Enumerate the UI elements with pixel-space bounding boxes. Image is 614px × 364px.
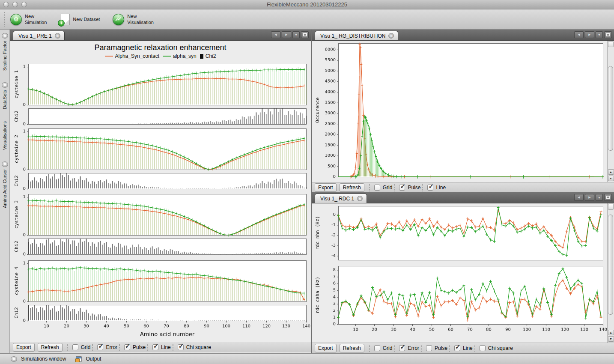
dock-label: Amino Acid Cursor [2,169,7,208]
checkbox-box[interactable]: ✓ [97,344,103,350]
checkbox-box[interactable]: ✓ [399,185,405,191]
export-button[interactable]: Export [13,343,35,352]
dock-item-datasets[interactable]: DataSets [2,82,8,109]
maximize-panel-button[interactable] [301,31,309,38]
checkbox-pulse[interactable]: ✓Pulse [124,344,146,350]
checkbox-label: Chi square [488,345,513,351]
rg-control-bar: ExportRefreshGrid✓Pulse✓Line [312,182,614,193]
checkbox-box[interactable] [480,345,486,351]
simulations-window-tab[interactable]: Simulations window [21,356,66,362]
checkbox-box[interactable]: ✓ [152,344,158,350]
next-tab-button[interactable]: ▶ [585,194,594,201]
next-tab-button[interactable]: ▶ [585,31,594,38]
dock-item-scaling-factor[interactable]: Scaling Factor [2,33,8,71]
checkbox-pulse[interactable]: Pulse [426,345,447,351]
checkbox-box[interactable] [374,345,380,351]
checkbox-grid[interactable]: Grid [72,344,91,350]
checkbox-chi-square[interactable]: ✓Chi square [178,344,211,350]
checkbox-line[interactable]: ✓Line [454,345,473,351]
scrollbar-thumb[interactable] [608,66,613,151]
checkbox-label: Pulse [133,344,146,350]
checkbox-box[interactable]: ✓ [399,345,405,351]
checkbox-box[interactable]: ✓ [427,185,433,191]
checkbox-box[interactable] [374,185,380,191]
separator [67,344,68,351]
checkbox-line[interactable]: ✓Line [427,185,446,191]
new-dataset-button[interactable]: + New Dataset [60,14,100,25]
checkbox-line[interactable]: ✓Line [152,344,171,350]
checkbox-box[interactable]: ✓ [124,344,130,350]
separator [369,184,370,191]
checkbox-pulse[interactable]: ✓Pulse [399,185,420,191]
document-plus-icon: + [61,14,70,25]
pre-control-bar: ExportRefreshGrid✓Error✓Pulse✓Line✓Chi s… [10,342,311,352]
dock-item-visualisations[interactable]: Visualisations [2,121,7,150]
output-tab[interactable]: Output [86,356,101,362]
toolbar-drag-handle[interactable] [4,12,6,27]
new-visualisation-button[interactable]: New Visualisation [113,13,154,26]
scrollbar-thumb[interactable] [608,215,613,315]
rg-scrollbar[interactable]: ▲ ▼ [607,41,614,182]
rg-chart-canvas[interactable] [312,41,614,182]
maximize-panel-button[interactable] [604,31,612,38]
scroll-up-icon[interactable]: ▲ [608,330,614,335]
scrollbar-top-button[interactable] [608,204,614,210]
tab-menu-button[interactable]: ▼ [596,194,603,201]
simulations-window-icon [11,356,17,362]
checkbox-grid[interactable]: Grid [374,345,393,351]
checkbox-box[interactable]: ✓ [454,345,460,351]
checkbox-box[interactable]: ✓ [178,344,184,350]
dock-label: DataSets [2,90,7,109]
check-icon: ✓ [428,182,434,190]
tab-pre[interactable]: Visu 1_ PRE 1 ✕ [13,31,65,40]
check-icon: ✓ [455,343,461,351]
toolbar: ⚙ New Simulation + New Dataset New Visua… [0,9,614,30]
scroll-up-icon[interactable]: ▲ [608,169,614,175]
checkbox-error[interactable]: ✓Error [97,344,117,350]
scrollbar-top-button[interactable] [608,41,614,47]
checkbox-chi-square[interactable]: Chi square [480,345,513,351]
dock-label: Visualisations [2,121,7,150]
close-window-button[interactable] [3,2,9,7]
scroll-down-icon[interactable]: ▼ [608,336,614,342]
checkbox-label: Line [436,185,446,191]
pre-chart-area: Paramagnetic relaxation enhancement Alph… [10,41,311,342]
refresh-button[interactable]: Refresh [38,343,63,352]
tab-menu-button[interactable]: ▼ [292,31,300,38]
refresh-button[interactable]: Refresh [340,344,364,352]
rdc-chart-canvas[interactable] [312,203,614,341]
minimize-window-button[interactable] [12,2,18,7]
legend-label: Alpha_Syn_contact [115,53,159,59]
scroll-down-icon[interactable]: ▼ [608,176,614,181]
dock-item-amino-acid-cursor[interactable]: Amino Acid Cursor [2,161,8,208]
tab-nav-controls: ◀ ▶ ▼ [574,194,612,201]
checkbox-error[interactable]: ✓Error [399,345,419,351]
legend-item: Chi2 [200,53,216,59]
checkbox-label: Error [408,345,419,351]
separator [147,344,148,351]
export-button[interactable]: Export [315,183,337,192]
prev-tab-button[interactable]: ◀ [574,194,584,201]
rdc-scrollbar[interactable]: ▲ ▼ [607,203,614,343]
tab-rdc[interactable]: Visu 1_ RDC 1 ✕ [315,194,367,203]
separator [369,345,370,352]
rdc-control-bar: ExportRefreshGrid✓ErrorPulse✓LineChi squ… [312,343,614,353]
tab-menu-button[interactable]: ▼ [596,31,603,38]
zoom-window-button[interactable] [21,2,27,7]
export-button[interactable]: Export [315,344,337,352]
prev-tab-button[interactable]: ◀ [271,31,280,38]
checkbox-box[interactable] [72,344,78,350]
checkbox-box[interactable] [426,345,432,351]
prev-tab-button[interactable]: ◀ [574,31,584,38]
checkbox-grid[interactable]: Grid [374,185,393,191]
close-tab-icon[interactable]: ✕ [388,33,394,39]
pre-chart-canvas[interactable] [10,61,311,342]
separator [119,344,120,351]
close-tab-icon[interactable]: ✕ [357,196,363,201]
refresh-button[interactable]: Refresh [340,183,364,192]
maximize-panel-button[interactable] [604,194,612,201]
close-tab-icon[interactable]: ✕ [55,33,60,39]
new-simulation-button[interactable]: ⚙ New Simulation [10,13,47,26]
next-tab-button[interactable]: ▶ [282,31,291,38]
tab-rg-distribution[interactable]: Visu 1_ RG_DISTRIBUTION ✕ [315,31,398,40]
